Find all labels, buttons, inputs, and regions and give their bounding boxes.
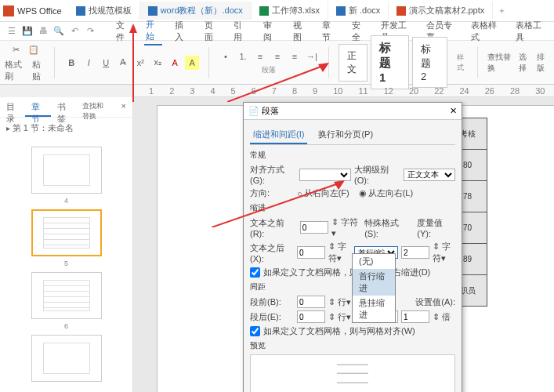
menu-icon[interactable]: ☰ <box>6 26 17 36</box>
highlight-icon[interactable]: A <box>185 56 199 70</box>
find-replace[interactable]: 查找替换 <box>487 52 512 74</box>
menu-page[interactable]: 页面 <box>203 18 222 45</box>
section-general: 常规 <box>250 150 455 161</box>
radio-ltr[interactable]: ◉ 从左向右(L) <box>359 187 413 199</box>
cut-icon[interactable]: ✂ <box>9 43 24 57</box>
align-select[interactable] <box>299 169 351 181</box>
page-thumbnail[interactable] <box>31 272 102 319</box>
outline-select[interactable]: 正文文本 <box>404 169 455 181</box>
menu-tablefmt[interactable]: 表格样式 <box>469 18 503 45</box>
align-center-icon[interactable]: ≡ <box>270 49 284 64</box>
direction-label: 方向: <box>250 187 294 199</box>
layout-button[interactable]: 排版 <box>537 52 549 74</box>
radio-rtl[interactable]: ○ 从右向左(F) <box>297 187 349 199</box>
close-icon[interactable]: ✕ <box>450 106 457 116</box>
font-color-icon[interactable]: A <box>168 56 182 70</box>
thumb-number: 4 <box>0 197 132 205</box>
italic-icon[interactable]: I <box>81 56 96 70</box>
section-indent: 缩进 <box>250 202 455 213</box>
navigation-pane: 目录 章节 书签 查找和替换 × ▸ 第 1 节：未命名 4 5 6 <box>0 97 133 392</box>
menu-file[interactable]: 文件 <box>114 18 133 45</box>
page-thumbnail-selected[interactable] <box>31 209 102 256</box>
underline-icon[interactable]: U <box>99 56 113 70</box>
dialog-tab-indent[interactable]: 缩进和间距(I) <box>250 126 307 144</box>
section-label[interactable]: ▸ 第 1 节：未命名 <box>0 118 132 139</box>
bullet-list-icon[interactable]: • <box>219 49 233 64</box>
paragraph-group: • 1. ≡ ≡ ≡ →| 段落 <box>219 49 319 75</box>
thumbnail-list[interactable]: 4 5 6 <box>0 139 132 392</box>
nav-tab-chapter[interactable]: 章节 <box>25 97 50 117</box>
print-icon[interactable]: 🖶 <box>38 26 49 36</box>
page-thumbnail[interactable] <box>31 147 102 194</box>
align-label: 对齐方式(G): <box>250 164 296 185</box>
dropdown-option-hang[interactable]: 悬挂缩进 <box>353 296 395 322</box>
thumb-number: 6 <box>0 322 132 330</box>
before-input[interactable] <box>300 221 328 234</box>
word-icon <box>148 6 158 16</box>
menu-review[interactable]: 审阅 <box>262 18 281 45</box>
menu-section[interactable]: 章节 <box>320 18 339 45</box>
format-painter[interactable]: 格式刷 <box>5 59 24 82</box>
menu-home[interactable]: 开始 <box>144 17 163 45</box>
indent-icon[interactable]: →| <box>305 49 319 64</box>
menu-insert[interactable]: 插入 <box>173 18 192 45</box>
thumb-number: 5 <box>0 260 132 267</box>
app-name: WPS Office <box>17 6 62 16</box>
group-label-style: 样式 <box>457 53 468 73</box>
add-tab-button[interactable]: ＋ <box>498 5 506 16</box>
autoindent-checkbox[interactable] <box>250 267 260 278</box>
select-button[interactable]: 选择 <box>519 52 531 74</box>
clipboard-group: ✂📋 格式刷 粘贴 <box>5 43 45 82</box>
sub-icon[interactable]: x₂ <box>150 56 165 70</box>
style-body[interactable]: 正文 <box>339 44 368 82</box>
style-h2[interactable]: 标题 2 <box>412 37 447 88</box>
spafter-input[interactable] <box>297 310 325 323</box>
group-label: 段落 <box>262 65 276 75</box>
menu-view[interactable]: 视图 <box>291 18 310 45</box>
redo-icon[interactable]: ↷ <box>85 26 96 36</box>
align-left-icon[interactable]: ≡ <box>253 49 267 64</box>
outline-label: 大纲级别(O): <box>354 164 400 185</box>
spbefore-input[interactable] <box>297 296 325 308</box>
tab-label: 找规范模板 <box>89 5 132 16</box>
tab-label: 演示文稿素材2.pptx <box>409 5 484 16</box>
dropdown-option-none[interactable]: (无) <box>353 254 395 269</box>
paste-button[interactable]: 粘贴 <box>32 59 45 82</box>
dialog-tab-page[interactable]: 换行和分页(P) <box>315 126 376 144</box>
gridalign-label: 如果定义了文档网格，则与网格对齐(W) <box>263 325 415 337</box>
gridalign-checkbox[interactable] <box>250 326 260 336</box>
after-label: 文本之后(X): <box>250 242 294 263</box>
paragraph-dialog: 📄 段落 ✕ 缩进和间距(I) 换行和分页(P) 常规 对齐方式(G): 大纲级… <box>243 102 462 392</box>
menu-ref[interactable]: 引用 <box>232 18 251 45</box>
nav-close-icon[interactable]: × <box>115 97 132 117</box>
number-list-icon[interactable]: 1. <box>236 49 250 64</box>
nav-tab-find[interactable]: 查找和替换 <box>76 97 114 117</box>
nav-tab-bookmark[interactable]: 书签 <box>51 97 76 117</box>
ribbon: ✂📋 格式刷 粘贴 B I U A̶ x² x₂ A A • 1. ≡ ≡ ≡ … <box>0 41 554 85</box>
bold-icon[interactable]: B <box>64 56 78 70</box>
section-preview: 预览 <box>250 340 455 351</box>
menu-tabletool[interactable]: 表格工具 <box>514 18 548 45</box>
wps-logo-icon <box>3 5 14 16</box>
after-input[interactable] <box>297 246 325 259</box>
dropdown-option-first[interactable]: 首行缩进 <box>353 269 395 296</box>
strike-icon[interactable]: A̶ <box>116 56 130 70</box>
metric-label: 度量值(Y): <box>417 217 455 238</box>
setat-input[interactable] <box>401 310 429 323</box>
style-h1[interactable]: 标题 1 <box>371 35 409 89</box>
dialog-titlebar[interactable]: 📄 段落 ✕ <box>244 103 462 120</box>
nav-tab-outline[interactable]: 目录 <box>0 97 25 117</box>
page-thumbnail[interactable] <box>31 335 102 382</box>
preview-icon[interactable]: 🔍 <box>53 26 64 36</box>
undo-icon[interactable]: ↶ <box>69 26 80 36</box>
setat-label: 设置值(A): <box>415 296 455 308</box>
special-dropdown[interactable]: (无) 首行缩进 悬挂缩进 <box>352 253 396 323</box>
save-icon[interactable]: 💾 <box>22 26 33 36</box>
word-icon <box>336 6 346 16</box>
before-label: 文本之前(R): <box>250 217 297 238</box>
align-right-icon[interactable]: ≡ <box>288 49 302 64</box>
metric-input[interactable] <box>401 246 429 259</box>
special-label: 特殊格式(S): <box>364 217 411 238</box>
copy-icon[interactable]: 📋 <box>27 43 41 57</box>
super-icon[interactable]: x² <box>133 56 147 70</box>
